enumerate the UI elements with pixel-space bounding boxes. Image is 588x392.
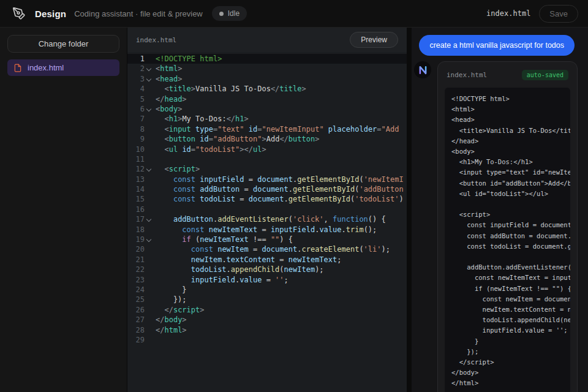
- code-editor-panel: index.html Preview 1<!DOCTYPE html>2<htm…: [127, 28, 407, 392]
- code-line[interactable]: 27</body>: [127, 315, 407, 325]
- code-line[interactable]: 8 <input type="text" id="newItemInput" p…: [127, 124, 407, 134]
- line-number: 4: [127, 84, 145, 94]
- code-line[interactable]: 10 <ul id="todoList"></ul>: [127, 145, 407, 154]
- code-editor[interactable]: 1<!DOCTYPE html>2<html>3<head>4 <title>V…: [127, 52, 407, 392]
- code-line[interactable]: 6<body>: [127, 104, 407, 114]
- panel-resizer-handle[interactable]: [407, 28, 412, 392]
- line-number: 13: [127, 175, 145, 184]
- card-code-block[interactable]: <!DOCTYPE html> <html> <head> <title>Van…: [445, 88, 570, 392]
- fold-chevron-icon[interactable]: [145, 64, 154, 74]
- fold-chevron-icon[interactable]: [145, 164, 154, 174]
- fold-gutter: [145, 124, 154, 134]
- top-bar: Design Coding assistant · file edit & pr…: [0, 0, 588, 28]
- fold-gutter: [145, 315, 154, 325]
- fold-gutter: [145, 114, 154, 124]
- code-line[interactable]: 3<head>: [127, 74, 407, 84]
- fold-gutter: [145, 94, 154, 104]
- fold-chevron-icon[interactable]: [145, 74, 154, 84]
- code-line[interactable]: 2<html>: [127, 64, 407, 74]
- status-dot-icon: [219, 12, 224, 16]
- save-button[interactable]: Save: [539, 5, 578, 23]
- code-line-text: const addButton = document.getElementByI…: [154, 184, 407, 194]
- fold-gutter: [145, 145, 154, 154]
- code-line[interactable]: 28</html>: [127, 325, 407, 335]
- code-line-text: if (newItemText !== "") {: [154, 235, 407, 244]
- code-line[interactable]: 14 const addButton = document.getElement…: [127, 184, 407, 194]
- code-line-text: [154, 154, 407, 164]
- fold-gutter: [145, 194, 154, 204]
- assistant-avatar: [414, 61, 431, 78]
- code-line[interactable]: 15 const todoList = document.getElementB…: [127, 194, 407, 204]
- code-line[interactable]: 12 <script>: [127, 164, 407, 174]
- line-number: 18: [127, 225, 145, 235]
- app-window: Design Coding assistant · file edit & pr…: [0, 0, 588, 392]
- code-line[interactable]: 24 }: [127, 285, 407, 295]
- code-line-text: const newItemText = inputField.value.tri…: [154, 225, 407, 235]
- fold-gutter: [145, 175, 154, 184]
- code-line-text: <html>: [154, 64, 407, 74]
- line-number: 16: [127, 205, 145, 214]
- code-line[interactable]: 22 todoList.appendChild(newItem);: [127, 265, 407, 274]
- topbar-filename: index.html: [486, 9, 530, 18]
- preview-button[interactable]: Preview: [350, 32, 398, 48]
- code-line-text: <!DOCTYPE html>: [154, 54, 407, 64]
- code-line[interactable]: 29: [127, 335, 407, 345]
- line-number: 15: [127, 194, 145, 204]
- sidebar-file-label: index.html: [28, 63, 64, 72]
- assistant-reply-row: index.html auto-saved <!DOCTYPE html> <h…: [414, 61, 578, 392]
- fold-gutter: [145, 84, 154, 94]
- card-filename: index.html: [447, 71, 487, 79]
- line-number: 23: [127, 275, 145, 285]
- line-number: 7: [127, 114, 145, 124]
- code-line-text: </script>: [154, 305, 407, 315]
- code-line[interactable]: 1<!DOCTYPE html>: [127, 54, 407, 64]
- fold-gutter: [145, 265, 154, 274]
- code-line[interactable]: 17 addButton.addEventListener('click', f…: [127, 214, 407, 224]
- fold-gutter: [145, 225, 154, 235]
- code-line[interactable]: 5</head>: [127, 94, 407, 104]
- file-result-card: index.html auto-saved <!DOCTYPE html> <h…: [437, 61, 578, 392]
- change-folder-button[interactable]: Change folder: [7, 35, 119, 53]
- fold-gutter: [145, 205, 154, 214]
- line-number: 8: [127, 124, 145, 134]
- fold-gutter: [145, 335, 154, 345]
- code-line-text: [154, 335, 407, 345]
- code-line[interactable]: 18 const newItemText = inputField.value.…: [127, 225, 407, 235]
- code-line-text: <h1>My To-Dos:</h1>: [154, 114, 407, 124]
- fold-gutter: [145, 134, 154, 144]
- code-line-text: <input type="text" id="newItemInput" pla…: [154, 124, 407, 134]
- line-number: 1: [127, 54, 145, 64]
- editor-tab-filename: index.html: [136, 36, 176, 44]
- code-line[interactable]: 7 <h1>My To-Dos:</h1>: [127, 114, 407, 124]
- fold-chevron-icon[interactable]: [145, 214, 154, 224]
- line-number: 10: [127, 145, 145, 154]
- code-line-text: const inputField = document.getElementBy…: [154, 175, 407, 184]
- code-line[interactable]: 9 <button id="addButton">Add</button>: [127, 134, 407, 144]
- code-line[interactable]: 19 if (newItemText !== "") {: [127, 235, 407, 244]
- fold-chevron-icon[interactable]: [145, 104, 154, 114]
- code-line[interactable]: 13 const inputField = document.getElemen…: [127, 175, 407, 184]
- code-line-text: <ul id="todoList"></ul>: [154, 145, 407, 154]
- code-line[interactable]: 26 </script>: [127, 305, 407, 315]
- code-line-text: const newItem = document.createElement('…: [154, 244, 407, 254]
- line-number: 27: [127, 315, 145, 325]
- code-line[interactable]: 11: [127, 154, 407, 164]
- code-line-text: todoList.appendChild(newItem);: [154, 265, 407, 274]
- code-line[interactable]: 16: [127, 205, 407, 214]
- fold-chevron-icon[interactable]: [145, 235, 154, 244]
- fold-gutter: [145, 305, 154, 315]
- sidebar-file-index-html[interactable]: index.html: [7, 59, 119, 76]
- line-number: 11: [127, 154, 145, 164]
- code-line-text: inputField.value = '';: [154, 275, 407, 285]
- line-number: 28: [127, 325, 145, 335]
- code-line[interactable]: 4 <title>Vanilla JS To-Dos</title>: [127, 84, 407, 94]
- code-line[interactable]: 23 inputField.value = '';: [127, 275, 407, 285]
- code-line[interactable]: 20 const newItem = document.createElemen…: [127, 244, 407, 254]
- code-line-text: <body>: [154, 104, 407, 114]
- code-line-text: </body>: [154, 315, 407, 325]
- code-line[interactable]: 21 newItem.textContent = newItemText;: [127, 255, 407, 265]
- code-line-text: <script>: [154, 164, 407, 174]
- code-line-text: </html>: [154, 325, 407, 335]
- code-line[interactable]: 25 });: [127, 295, 407, 304]
- line-number: 14: [127, 184, 145, 194]
